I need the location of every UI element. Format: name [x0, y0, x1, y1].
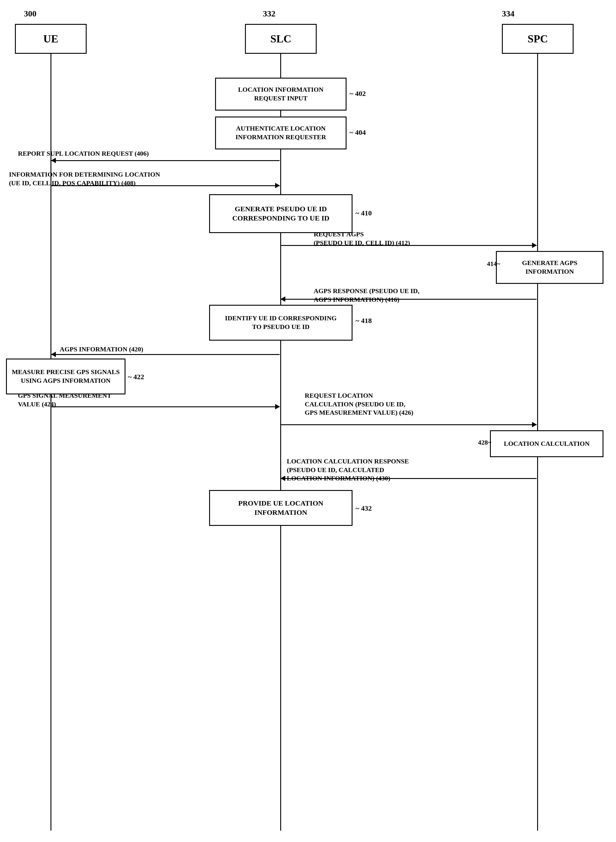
arrow-420	[51, 354, 280, 355]
step-422-box: MEASURE PRECISE GPS SIGNALSUSING AGPS IN…	[6, 359, 125, 395]
step-402-num: ~ 402	[349, 89, 366, 98]
slc-box: SLC	[245, 24, 317, 54]
ue-box: UE	[15, 24, 87, 54]
step-418-num: ~ 418	[355, 317, 372, 325]
arrow-426	[281, 424, 537, 425]
slc-number: 332	[263, 9, 276, 19]
msg-430: LOCATION CALCULATION RESPONSE(PSEUDO UE …	[287, 457, 532, 483]
step-428-num: 428~	[478, 439, 491, 446]
msg-408: INFORMATION FOR DETERMINING LOCATION(UE …	[9, 170, 242, 187]
ue-number: 300	[24, 9, 37, 19]
step-414-num: 414~	[487, 260, 500, 268]
step-404-box: AUTHENTICATE LOCATIONINFORMATION REQUEST…	[215, 116, 346, 150]
step-414-box: GENERATE AGPSINFORMATION	[496, 251, 603, 284]
step-402-box: LOCATION INFORMATIONREQUEST INPUT	[215, 78, 346, 110]
spc-number: 334	[502, 9, 515, 19]
sequence-diagram: 300 332 334 UE SLC SPC LOCATION INFORMAT…	[0, 0, 616, 842]
step-410-box: GENERATE PSEUDO UE IDCORRESPONDING TO UE…	[209, 194, 352, 233]
step-410-num: ~ 410	[355, 209, 372, 217]
msg-416: AGPS RESPONSE (PSEUDO UE ID,AGPS INFORMA…	[314, 287, 523, 304]
step-432-num: ~ 432	[355, 505, 372, 512]
step-428-box: LOCATION CALCULATION	[490, 430, 603, 457]
step-422-num: ~ 422	[128, 373, 144, 381]
arrow-406	[51, 160, 280, 161]
step-404-num: ~ 404	[349, 129, 366, 136]
spc-box: SPC	[502, 24, 573, 54]
msg-412: REQUEST AGPS(PSEUDO UE ID, CELL ID) (412…	[314, 230, 523, 247]
msg-420: AGPS INFORMATION (420)	[60, 345, 239, 354]
step-418-box: IDENTIFY UE ID CORRESPONDINGTO PSEUDO UE…	[209, 305, 352, 340]
step-432-box: PROVIDE UE LOCATIONINFORMATION	[209, 490, 352, 526]
msg-424: GPS SIGNAL MEASUREMENTVALUE (424)	[18, 392, 203, 408]
slc-lifeline	[280, 54, 281, 831]
msg-426: REQUEST LOCATIONCALCULATION (PSEUDO UE I…	[305, 392, 514, 417]
msg-406: REPORT SUPL LOCATION REQUEST (406)	[18, 150, 227, 158]
